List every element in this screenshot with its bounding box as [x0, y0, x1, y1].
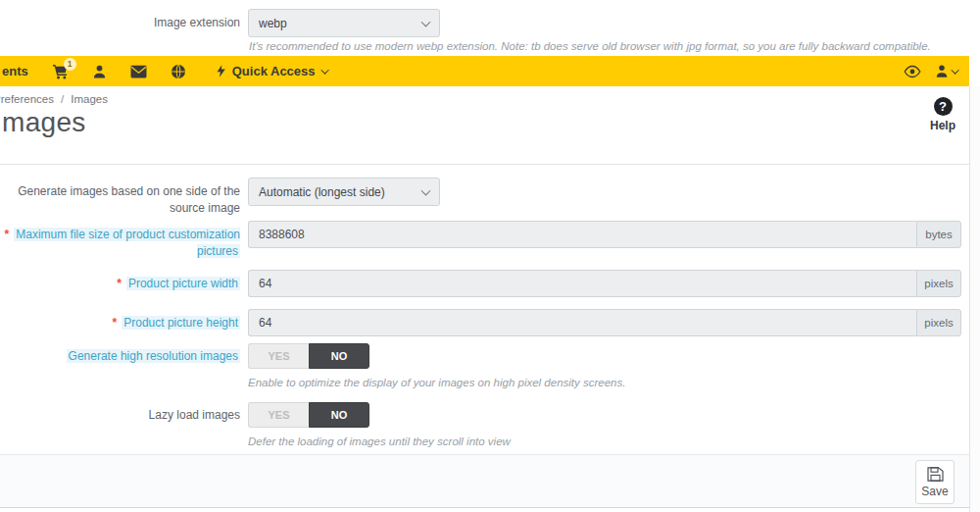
eye-icon: [904, 65, 921, 78]
required-marker: *: [5, 228, 10, 241]
cropped-menu-item[interactable]: ents: [2, 64, 28, 78]
picture-height-input[interactable]: [248, 309, 916, 336]
page-head: Preferences/Images Images ? Help: [0, 86, 969, 165]
image-extension-label: Image extension: [0, 16, 240, 29]
envelope-icon: [130, 65, 147, 78]
required-marker: *: [117, 277, 122, 290]
field-label-text: Maximum file size of product customizati…: [14, 228, 240, 258]
scrolled-form-row-image-extension: Image extension webp It's recommended to…: [0, 0, 969, 56]
breadcrumb: Preferences/Images: [0, 93, 108, 105]
field-label: Generate images based on one side of the…: [0, 178, 240, 217]
field-label: *Product picture width: [0, 270, 240, 292]
toggle-yes-option[interactable]: YES: [248, 402, 309, 428]
employee-account-menu[interactable]: [935, 64, 959, 78]
field: Automatic (longest side): [248, 178, 440, 206]
image-extension-select[interactable]: webp: [248, 9, 440, 37]
chevron-down-icon: [421, 17, 431, 26]
navbar-right-group: [904, 64, 959, 78]
admin-top-navbar: ents 1: [0, 56, 969, 86]
cart-badge: 1: [64, 58, 76, 71]
unit-suffix: pixels: [916, 270, 961, 297]
required-marker: *: [113, 316, 118, 330]
unit-suffix: bytes: [916, 221, 961, 248]
max-file-size-input[interactable]: [248, 221, 916, 248]
save-label: Save: [921, 485, 948, 498]
chevron-down-icon: [951, 66, 958, 74]
save-button[interactable]: Save: [915, 460, 955, 504]
images-settings-form: Generate images based on one side of the…: [0, 165, 969, 454]
picture-height-input-group: pixels: [248, 309, 961, 336]
toggle-no-option[interactable]: NO: [309, 343, 369, 369]
user-icon: [935, 64, 949, 78]
field-label-text: Generate images based on one side of the…: [18, 184, 240, 215]
messages-notifications-button[interactable]: [130, 65, 147, 78]
help-label: Help: [921, 119, 964, 132]
breadcrumb-current[interactable]: Images: [71, 93, 108, 105]
globe-icon: [171, 64, 186, 79]
chevron-down-icon: [421, 185, 431, 195]
quick-access-menu[interactable]: Quick Access: [216, 64, 329, 78]
picture-width-input-group: pixels: [248, 270, 961, 297]
breadcrumb-separator: /: [61, 93, 64, 105]
field-label-text: Product picture width: [126, 277, 240, 290]
field-label: Lazy load images: [0, 402, 240, 424]
max-file-size-input-group: bytes: [248, 221, 961, 248]
picture-width-input[interactable]: [248, 270, 916, 297]
image-extension-selected-value: webp: [259, 17, 287, 30]
form-footer: Save: [0, 454, 980, 508]
lazy-load-toggle: YES NO: [248, 402, 369, 428]
image-extension-hint: It's recommended to use modern webp exte…: [249, 40, 931, 52]
field-hint: Defer the loading of images until they s…: [248, 435, 511, 447]
breadcrumb-parent[interactable]: Preferences: [0, 93, 54, 105]
vertical-scrollbar[interactable]: [969, 86, 980, 512]
cart-notifications-button[interactable]: 1: [52, 64, 69, 79]
admin-images-settings-page: Image extension webp It's recommended to…: [0, 0, 980, 512]
field-label: Generate high resolution images: [0, 343, 240, 365]
unit-suffix: pixels: [916, 309, 961, 336]
generate-one-side-select[interactable]: Automatic (longest side): [248, 178, 440, 206]
chevron-down-icon: [320, 66, 328, 74]
field-label: *Product picture height: [0, 309, 240, 332]
high-resolution-toggle: YES NO: [248, 343, 369, 369]
shop-front-button[interactable]: [171, 64, 186, 79]
customers-notifications-button[interactable]: [92, 64, 107, 79]
field-label-text: Generate high resolution images: [67, 349, 240, 363]
lightning-icon: [216, 64, 226, 78]
user-icon: [92, 64, 107, 79]
toggle-no-option[interactable]: NO: [309, 402, 369, 428]
field-label-text: Lazy load images: [149, 408, 240, 422]
save-floppy-icon: [927, 466, 944, 483]
field-hint: Enable to optimize the display of your i…: [248, 377, 625, 388]
quick-access-label: Quick Access: [232, 64, 316, 78]
help-button[interactable]: ? Help: [921, 97, 964, 132]
selected-value: Automatic (longest side): [259, 185, 385, 199]
page-title: Images: [0, 107, 86, 138]
help-icon: ?: [934, 97, 953, 116]
view-shop-button[interactable]: [904, 65, 921, 78]
field-label-text: Product picture height: [122, 316, 240, 330]
field-label: *Maximum file size of product customizat…: [0, 221, 240, 260]
toggle-yes-option[interactable]: YES: [248, 343, 309, 369]
